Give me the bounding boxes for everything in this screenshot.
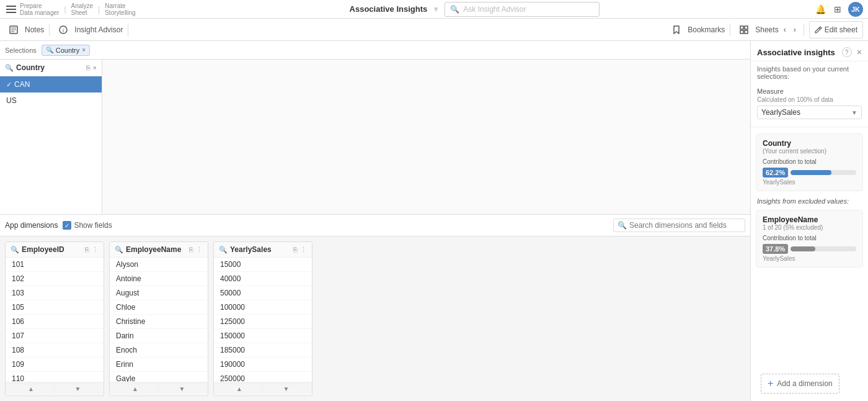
- filter-clear-icon[interactable]: ×: [93, 64, 97, 71]
- notes-label: Notes: [25, 25, 44, 34]
- top-bar-center: Associative Insights ▼ 🔍 Ask Insight Adv…: [138, 2, 811, 17]
- svg-rect-11: [740, 30, 743, 34]
- dim-list-search-icon-yearlysales[interactable]: 🔍: [219, 246, 228, 254]
- dim-scroll-up-employeeid[interactable]: ▲: [8, 384, 55, 394]
- dim-list-body-yearlysales: 15000 40000 50000 100000 125000 150000 1…: [214, 258, 312, 382]
- show-fields-checkbox[interactable]: ✓ Show fields: [63, 221, 112, 230]
- dim-list-title-yearlysales: YearlySales: [230, 245, 291, 254]
- bookmarks-label: Bookmarks: [688, 25, 725, 34]
- dim-list-employeeid: 🔍 EmployeeID ⎘ ⋮ 101 102 103 105 106 107…: [5, 241, 104, 396]
- narrate-label[interactable]: Narrate Storytelling: [105, 2, 135, 16]
- filter-item-can[interactable]: ✓ CAN: [0, 76, 102, 92]
- sep2: |: [95, 5, 102, 14]
- dim-list-body-employeeid: 101 102 103 105 106 107 108 109 110 111: [6, 258, 104, 382]
- nav-next-button[interactable]: ›: [791, 24, 799, 35]
- dim-search-bar[interactable]: 🔍: [613, 219, 745, 232]
- measure-dropdown-arrow-icon: ▼: [851, 109, 857, 116]
- divider-4: [804, 24, 804, 36]
- dim-list-menu-icon-employeeid[interactable]: ⋮: [92, 246, 99, 254]
- search-icon: 🔍: [450, 5, 459, 14]
- analyze-label[interactable]: Analyze Sheet: [71, 2, 94, 16]
- excluded-header: Insights from excluded values:: [751, 194, 868, 207]
- filter-search-icon[interactable]: 🔍: [5, 64, 14, 72]
- insights-based-text: Insights based on your current selection…: [751, 61, 868, 84]
- notes-button[interactable]: [5, 21, 22, 38]
- employee-bar-label: YearlySales: [763, 255, 856, 262]
- checkbox-icon: ✓: [63, 221, 71, 230]
- list-item: 190000: [214, 358, 312, 372]
- filter-item-us[interactable]: US: [0, 92, 102, 109]
- country-card-title: Country: [763, 139, 856, 148]
- add-dimension-button[interactable]: + Add a dimension: [761, 374, 839, 394]
- dim-list-menu-icon-employeename[interactable]: ⋮: [196, 246, 203, 254]
- right-panel-header: Associative insights ? ×: [751, 41, 868, 61]
- list-item: Gayle: [110, 372, 208, 382]
- grid-icon[interactable]: ⊞: [831, 2, 844, 16]
- dim-search-input[interactable]: [629, 221, 741, 230]
- app-dimensions-bar: App dimensions ✓ Show fields 🔍: [0, 214, 750, 237]
- dim-scroll-down-employeeid[interactable]: ▼: [55, 384, 101, 394]
- dim-scroll-up-employeename[interactable]: ▲: [112, 384, 159, 394]
- add-dimension-label: Add a dimension: [777, 379, 832, 388]
- country-bar-row: 62.2%: [763, 168, 856, 178]
- list-item: 125000: [214, 315, 312, 329]
- sheets-button[interactable]: [735, 21, 753, 38]
- bell-icon[interactable]: 🔔: [813, 2, 827, 16]
- dim-list-copy-icon-employeename[interactable]: ⎘: [189, 246, 193, 253]
- divider-1: [49, 24, 50, 36]
- country-selection-chip[interactable]: 🔍 Country ×: [42, 45, 90, 56]
- title-sep: ▼: [432, 5, 440, 14]
- list-item: 102: [6, 272, 104, 286]
- dim-scroll-down-employeename[interactable]: ▼: [159, 384, 205, 394]
- dim-list-header-employeename: 🔍 EmployeeName ⎘ ⋮: [110, 242, 208, 258]
- list-item: 40000: [214, 272, 312, 286]
- insight-advisor-button[interactable]: i: [55, 21, 72, 38]
- bookmarks-button[interactable]: [668, 21, 685, 38]
- prepare-label[interactable]: Prepare Data manager: [20, 2, 59, 16]
- list-item: Chloe: [110, 300, 208, 315]
- divider-3: [730, 24, 730, 36]
- chip-search-icon: 🔍: [46, 47, 53, 53]
- dim-list-search-icon-employeename[interactable]: 🔍: [115, 246, 123, 254]
- ask-insight-advisor-input[interactable]: 🔍 Ask Insight Advisor: [445, 2, 600, 17]
- list-item: 15000: [214, 258, 312, 272]
- list-item: Christine: [110, 315, 208, 329]
- show-fields-label: Show fields: [74, 221, 112, 230]
- dim-list-search-icon-employeeid[interactable]: 🔍: [11, 246, 19, 254]
- list-item: 150000: [214, 329, 312, 343]
- selections-label: Selections: [5, 47, 37, 54]
- dim-scroll-down-yearlysales[interactable]: ▼: [263, 384, 309, 394]
- country-pct-badge: 62.2%: [763, 168, 788, 178]
- country-insight-card: Country (Your current selection) Contrib…: [756, 133, 863, 191]
- dim-list-copy-icon-yearlysales[interactable]: ⎘: [293, 246, 298, 253]
- dim-list-menu-icon-yearlysales[interactable]: ⋮: [300, 246, 307, 254]
- toolbar: Notes i Insight Advisor Bookmarks Sheets…: [0, 19, 868, 41]
- dim-list-copy-icon-employeeid[interactable]: ⎘: [85, 246, 89, 253]
- help-icon[interactable]: ?: [842, 47, 852, 57]
- svg-rect-0: [6, 6, 16, 7]
- measure-dropdown[interactable]: YearlySales ▼: [757, 106, 862, 119]
- avatar[interactable]: JK: [848, 2, 863, 17]
- list-item: Enoch: [110, 343, 208, 358]
- svg-rect-2: [6, 12, 16, 13]
- top-bar: Prepare Data manager | Analyze Sheet | N…: [0, 0, 868, 19]
- content-area: 🔍 Country ⎘ × ✓ CAN US: [0, 60, 750, 214]
- chart-area: [102, 60, 750, 214]
- dim-scroll-up-yearlysales[interactable]: ▲: [216, 384, 263, 394]
- svg-text:i: i: [63, 27, 64, 34]
- divider-2: [128, 24, 128, 36]
- hamburger-icon[interactable]: [5, 3, 17, 16]
- edit-sheet-button[interactable]: Edit sheet: [809, 21, 863, 38]
- list-item: 185000: [214, 343, 312, 358]
- filter-title: Country: [16, 63, 84, 72]
- chip-remove-icon[interactable]: ×: [82, 47, 86, 53]
- list-item: Erinn: [110, 358, 208, 372]
- filter-copy-icon[interactable]: ⎘: [86, 64, 91, 71]
- employee-bar-fill: [790, 246, 815, 251]
- right-panel-spacer: [751, 270, 868, 369]
- country-card-subtitle: (Your current selection): [763, 148, 856, 155]
- nav-prev-button[interactable]: ‹: [781, 24, 789, 35]
- dim-search-icon: 🔍: [618, 221, 627, 230]
- close-icon[interactable]: ×: [857, 47, 862, 57]
- list-item: Alyson: [110, 258, 208, 272]
